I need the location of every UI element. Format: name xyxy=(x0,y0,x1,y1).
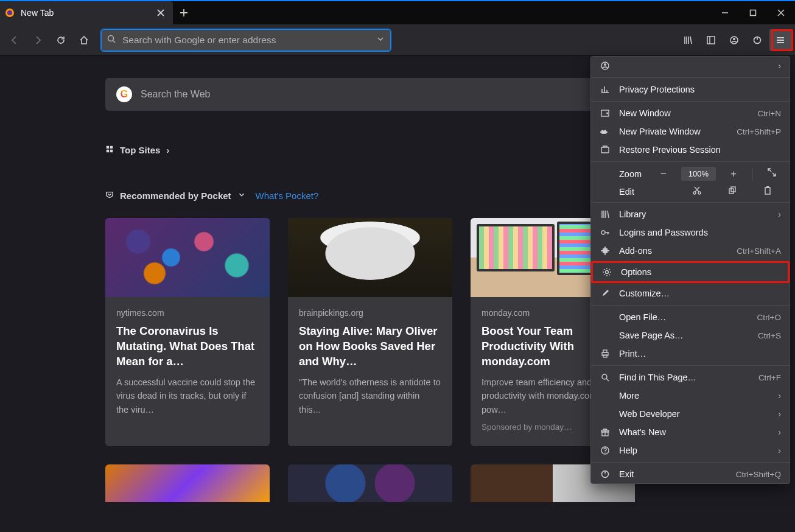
edit-label: Edit xyxy=(600,187,675,197)
menu-new-window[interactable]: New Window Ctrl+N xyxy=(591,104,790,122)
forward-button[interactable] xyxy=(27,29,49,51)
card-image xyxy=(288,218,452,297)
zoom-out-button[interactable]: − xyxy=(654,168,673,180)
search-icon xyxy=(107,34,116,46)
menu-privacy-protections[interactable]: Privacy Protections xyxy=(591,80,790,99)
menu-options[interactable]: Options xyxy=(593,263,788,281)
chevron-right-icon: › xyxy=(778,446,781,455)
top-sites-label: Top Sites xyxy=(120,145,160,155)
svg-rect-2 xyxy=(751,10,756,16)
shortcut: Ctrl+Shift+P xyxy=(737,127,781,136)
svg-point-22 xyxy=(601,231,605,234)
help-icon xyxy=(600,446,611,455)
power-icon xyxy=(600,469,611,479)
pocket-card[interactable] xyxy=(105,464,270,502)
chevron-right-icon: › xyxy=(778,409,781,419)
card-title: The Coronavirus Is Mutating. What Does T… xyxy=(116,324,259,369)
paste-button[interactable] xyxy=(754,186,781,197)
card-source: nytimes.com xyxy=(116,308,259,318)
browser-tab[interactable]: New Tab xyxy=(0,1,173,24)
minimize-button[interactable] xyxy=(711,1,739,24)
navigation-toolbar xyxy=(0,24,795,56)
menu-web-developer[interactable]: Web Developer › xyxy=(591,405,790,423)
shortcut: Ctrl+Shift+Q xyxy=(736,470,781,479)
svg-point-27 xyxy=(602,374,607,379)
svg-rect-10 xyxy=(107,150,109,152)
home-button[interactable] xyxy=(73,29,95,51)
menu-edit-row: Edit xyxy=(591,183,790,200)
chevron-right-icon: › xyxy=(778,61,781,71)
menu-addons[interactable]: Add-ons Ctrl+Shift+A xyxy=(591,242,790,260)
menu-print[interactable]: Print… xyxy=(591,345,790,363)
zoom-percent[interactable]: 100% xyxy=(681,167,716,181)
svg-rect-26 xyxy=(603,355,607,357)
gear-icon xyxy=(601,267,612,277)
urlbar-dropdown-icon[interactable] xyxy=(376,34,385,46)
menu-exit[interactable]: Exit Ctrl+Shift+Q xyxy=(591,465,790,483)
printer-icon xyxy=(600,349,611,359)
menu-logins[interactable]: Logins and Passwords xyxy=(591,223,790,242)
exit-button-icon[interactable] xyxy=(746,29,768,51)
menu-help[interactable]: Help › xyxy=(591,441,790,460)
reload-button[interactable] xyxy=(50,29,72,51)
sidebar-button[interactable] xyxy=(700,29,722,51)
svg-rect-9 xyxy=(110,146,113,149)
zoom-in-button[interactable]: + xyxy=(724,168,743,180)
chevron-right-icon: › xyxy=(778,391,781,401)
key-icon xyxy=(600,228,611,237)
web-search-placeholder: Search the Web xyxy=(141,89,210,100)
close-window-button[interactable] xyxy=(767,1,795,24)
pocket-card[interactable] xyxy=(288,464,452,502)
card-source: brainpickings.org xyxy=(299,308,441,318)
menu-account[interactable]: › xyxy=(591,57,790,75)
pocket-card[interactable]: nytimes.com The Coronavirus Is Mutating.… xyxy=(105,218,270,446)
menu-find[interactable]: Find in This Page… Ctrl+F xyxy=(591,368,790,387)
app-menu: › Privacy Protections New Window Ctrl+N … xyxy=(590,56,790,484)
svg-point-23 xyxy=(606,271,609,274)
library-button[interactable] xyxy=(677,29,699,51)
tab-title: New Tab xyxy=(21,8,155,18)
menu-more[interactable]: More › xyxy=(591,387,790,405)
svg-point-3 xyxy=(108,35,114,41)
card-description: A successful vaccine could stop the viru… xyxy=(116,376,259,416)
back-button[interactable] xyxy=(4,29,26,51)
shortcut: Ctrl+S xyxy=(758,331,781,340)
gift-icon xyxy=(600,427,611,437)
account-button[interactable] xyxy=(723,29,745,51)
url-input[interactable] xyxy=(122,35,376,46)
shortcut: Ctrl+N xyxy=(757,109,781,118)
maximize-button[interactable] xyxy=(739,1,767,24)
chevron-right-icon: › xyxy=(778,427,781,437)
cut-button[interactable] xyxy=(684,186,710,197)
menu-save-as[interactable]: Save Page As… Ctrl+S xyxy=(591,326,790,345)
search-icon xyxy=(600,373,611,382)
menu-new-private-window[interactable]: New Private Window Ctrl+Shift+P xyxy=(591,122,790,141)
svg-rect-8 xyxy=(107,146,109,149)
menu-whats-new[interactable]: What's New › xyxy=(591,423,790,441)
svg-point-6 xyxy=(733,38,735,40)
window-controls xyxy=(711,1,795,24)
pocket-card[interactable]: brainpickings.org Staying Alive: Mary Ol… xyxy=(288,218,452,446)
menu-open-file[interactable]: Open File… Ctrl+O xyxy=(591,308,790,326)
menu-customize[interactable]: Customize… xyxy=(591,284,790,303)
grid-icon xyxy=(105,145,114,155)
svg-rect-25 xyxy=(603,350,607,352)
shortcut: Ctrl+Shift+A xyxy=(737,247,781,256)
new-tab-button[interactable] xyxy=(173,1,195,24)
menu-library[interactable]: Library › xyxy=(591,205,790,223)
account-icon xyxy=(600,61,611,71)
url-bar[interactable] xyxy=(101,29,391,51)
tab-close-icon[interactable] xyxy=(155,7,167,19)
titlebar: New Tab xyxy=(0,0,795,24)
card-description: "The world's otherness is antidote to co… xyxy=(299,376,441,416)
mask-icon xyxy=(600,127,611,136)
copy-button[interactable] xyxy=(719,186,746,197)
menu-zoom-row: Zoom − 100% + xyxy=(591,164,790,183)
fullscreen-button[interactable] xyxy=(763,167,781,180)
menu-restore-session[interactable]: Restore Previous Session xyxy=(591,141,790,159)
google-icon: G xyxy=(116,86,132,102)
pocket-icon xyxy=(105,191,114,201)
whats-pocket-link[interactable]: What's Pocket? xyxy=(256,191,319,201)
card-image xyxy=(105,218,270,297)
window-icon xyxy=(600,108,611,118)
